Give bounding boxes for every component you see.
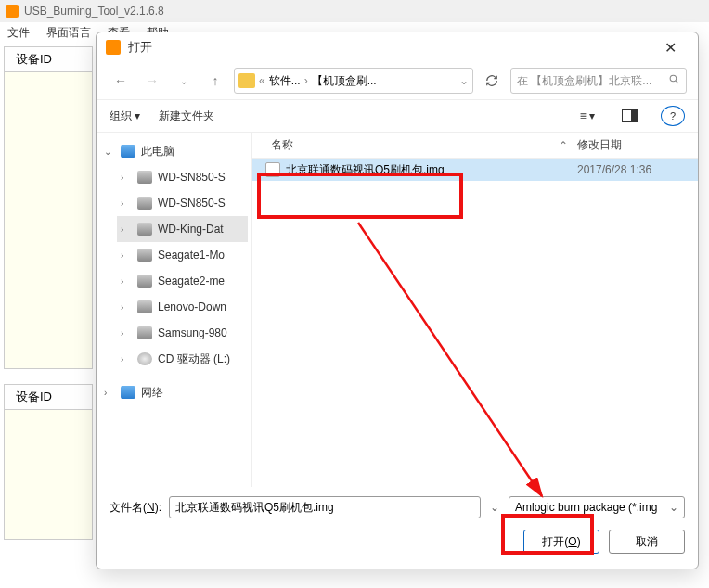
chevron-icon: « <box>259 74 265 87</box>
search-icon <box>668 73 680 88</box>
tree-drive[interactable]: ›Seagate2-me <box>117 268 248 294</box>
tree-label-network: 网络 <box>141 385 163 401</box>
drive-icon <box>137 223 152 236</box>
tree-drive[interactable]: ›Lenovo-Down <box>117 294 248 320</box>
close-icon[interactable]: ✕ <box>651 39 689 57</box>
filename-input[interactable] <box>169 496 481 518</box>
file-list: 名称 ⌃ 修改日期 北京联通数码视讯Q5刷机包.img 2017/6/28 1:… <box>252 133 698 487</box>
search-input[interactable]: 在 【机顶盒刷机】北京联... <box>510 68 687 94</box>
organize-menu[interactable]: 组织 ▾ <box>110 109 140 124</box>
dialog-icon <box>106 40 121 55</box>
list-rows: 北京联通数码视讯Q5刷机包.img 2017/6/28 1:36 <box>252 159 698 487</box>
chevron-right-icon: › <box>304 74 308 87</box>
forward-button[interactable]: → <box>139 68 165 94</box>
dialog-body: ⌄ 此电脑 ›WD-SN850-S ›WD-SN850-S ›WD-King-D… <box>97 133 698 487</box>
list-header: 名称 ⌃ 修改日期 <box>252 133 698 159</box>
toolbar: 组织 ▾ 新建文件夹 ≡ ▾ ? <box>97 99 698 133</box>
dialog-titlebar: 打开 ✕ <box>97 32 698 62</box>
pane1-body <box>4 72 93 369</box>
path-box[interactable]: « 软件... › 【机顶盒刷... ⌄ <box>234 68 473 94</box>
pane2-body <box>4 410 93 540</box>
pane2-header: 设备ID <box>4 384 93 410</box>
recent-dropdown[interactable]: ⌄ <box>171 68 197 94</box>
column-name[interactable]: 名称 <box>252 137 549 153</box>
drive-icon <box>137 275 152 288</box>
file-row[interactable]: 北京联通数码视讯Q5刷机包.img 2017/6/28 1:36 <box>252 159 698 181</box>
pane1-header: 设备ID <box>4 46 93 72</box>
drive-icon <box>137 300 152 313</box>
pc-icon <box>121 145 135 158</box>
cd-icon <box>137 352 152 365</box>
collapse-icon[interactable]: ⌄ <box>104 147 115 157</box>
file-name: 北京联通数码视讯Q5刷机包.img <box>286 162 577 178</box>
app-title: USB_Burning_Tool_v2.1.6.8 <box>24 5 164 18</box>
filter-dropdown-icon: ⌄ <box>669 501 678 514</box>
help-button[interactable]: ? <box>661 106 685 126</box>
view-mode-button[interactable]: ≡ ▾ <box>575 106 599 126</box>
tree-drive[interactable]: ›WD-SN850-S <box>117 164 248 190</box>
tree-this-pc[interactable]: ⌄ 此电脑 <box>100 138 248 164</box>
filename-dropdown-icon[interactable]: ⌄ <box>488 501 501 514</box>
path-seg-2[interactable]: 【机顶盒刷... <box>312 73 377 89</box>
pane1-title: 设备ID <box>16 51 52 68</box>
drive-icon <box>137 326 152 339</box>
app-titlebar: USB_Burning_Tool_v2.1.6.8 <box>0 0 709 22</box>
up-button[interactable]: ↑ <box>202 68 228 94</box>
column-date[interactable]: 修改日期 <box>577 137 698 153</box>
nav-row: ← → ⌄ ↑ « 软件... › 【机顶盒刷... ⌄ 在 【机顶盒刷机】北京… <box>97 62 698 99</box>
svg-point-0 <box>670 75 677 82</box>
filetype-filter[interactable]: Amlogic burn package (*.img ⌄ <box>509 496 685 518</box>
tree-drive[interactable]: ›WD-King-Dat <box>117 216 248 242</box>
path-dropdown-icon[interactable]: ⌄ <box>459 74 469 87</box>
menu-file[interactable]: 文件 <box>7 25 30 41</box>
drive-icon <box>137 171 152 184</box>
back-button[interactable]: ← <box>108 68 134 94</box>
refresh-button[interactable] <box>479 68 505 94</box>
file-date: 2017/6/28 1:36 <box>577 163 698 176</box>
search-placeholder: 在 【机顶盒刷机】北京联... <box>517 73 651 89</box>
path-seg-1[interactable]: 软件... <box>269 73 301 89</box>
new-folder-button[interactable]: 新建文件夹 <box>159 109 214 124</box>
network-icon <box>121 386 135 399</box>
tree-drive[interactable]: ›Samsung-980 <box>117 320 248 346</box>
tree-drive[interactable]: ›Seagate1-Mo <box>117 242 248 268</box>
drive-icon <box>137 249 152 262</box>
dialog-title: 打开 <box>128 39 651 56</box>
drive-icon <box>137 197 152 210</box>
sort-indicator-icon[interactable]: ⌃ <box>549 139 577 152</box>
app-icon <box>6 5 19 18</box>
filename-label: 文件名(N): <box>110 500 161 516</box>
tree-label-pc: 此电脑 <box>141 144 174 160</box>
file-icon <box>265 162 280 177</box>
folder-tree: ⌄ 此电脑 ›WD-SN850-S ›WD-SN850-S ›WD-King-D… <box>97 133 252 487</box>
tree-drive[interactable]: ›CD 驱动器 (L:) <box>117 346 248 372</box>
menu-lang[interactable]: 界面语言 <box>46 25 91 41</box>
open-button[interactable]: 打开(O) <box>523 530 599 554</box>
cancel-button[interactable]: 取消 <box>609 530 685 554</box>
tree-network[interactable]: › 网络 <box>100 379 248 405</box>
pane2-title: 设备ID <box>16 389 52 405</box>
open-dialog: 打开 ✕ ← → ⌄ ↑ « 软件... › 【机顶盒刷... ⌄ 在 【机顶盒… <box>96 32 699 569</box>
tree-drive[interactable]: ›WD-SN850-S <box>117 190 248 216</box>
dialog-footer: 文件名(N): ⌄ Amlogic burn package (*.img ⌄ … <box>97 487 698 569</box>
preview-pane-button[interactable] <box>618 106 642 126</box>
svg-rect-2 <box>631 110 638 122</box>
folder-icon <box>238 73 255 88</box>
